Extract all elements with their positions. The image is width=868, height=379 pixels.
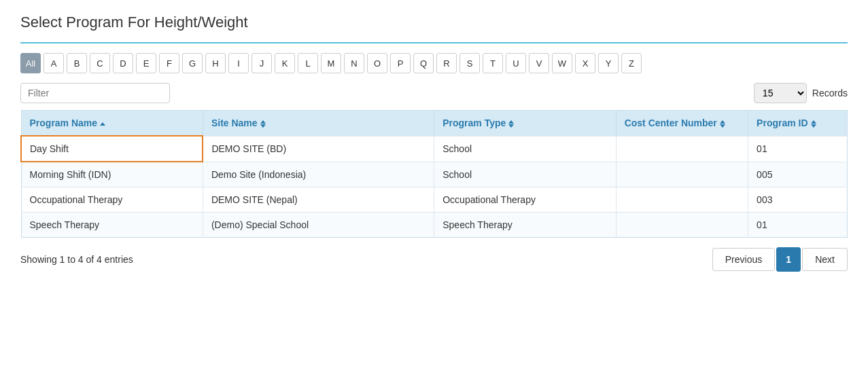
alpha-btn-v[interactable]: V <box>529 53 549 73</box>
alpha-filter-bar: AllABCDEFGHIJKLMNOPQRSTUVWXYZ <box>20 53 848 73</box>
cell-cost_center_number <box>616 162 748 187</box>
cell-program_type: Speech Therapy <box>434 213 616 238</box>
col-header-cost_center_number[interactable]: Cost Center Number <box>616 111 748 137</box>
filter-row: 10152550100 Records <box>20 83 848 103</box>
records-control: 10152550100 Records <box>754 83 848 103</box>
cell-site_name: DEMO SITE (BD) <box>203 136 434 162</box>
alpha-btn-r[interactable]: R <box>436 53 457 73</box>
sort-icon-site_name <box>260 120 266 128</box>
alpha-btn-l[interactable]: L <box>298 53 318 73</box>
cell-program_type: School <box>434 162 616 187</box>
alpha-btn-h[interactable]: H <box>205 53 226 73</box>
table-header-row: Program NameSite NameProgram TypeCost Ce… <box>21 111 848 137</box>
cell-site_name: (Demo) Special School <box>203 213 434 238</box>
table-row[interactable]: Day ShiftDEMO SITE (BD)School01 <box>21 136 848 162</box>
sort-icon-program_type <box>508 120 514 128</box>
alpha-btn-a[interactable]: A <box>44 53 64 73</box>
alpha-btn-z[interactable]: Z <box>621 53 642 73</box>
records-per-page-select[interactable]: 10152550100 <box>754 83 807 103</box>
alpha-btn-f[interactable]: F <box>159 53 179 73</box>
col-header-program_type[interactable]: Program Type <box>434 111 616 137</box>
table-row[interactable]: Morning Shift (IDN)Demo Site (Indonesia)… <box>21 162 848 187</box>
cell-cost_center_number <box>616 213 748 238</box>
pagination: Previous 1 Next <box>712 247 848 272</box>
cell-program_type: Occupational Therapy <box>434 187 616 213</box>
alpha-btn-t[interactable]: T <box>483 53 503 73</box>
cell-program_name[interactable]: Day Shift <box>21 136 203 162</box>
alpha-btn-w[interactable]: W <box>552 53 572 73</box>
alpha-btn-c[interactable]: C <box>90 53 110 73</box>
cell-program_type: School <box>434 136 616 162</box>
next-button[interactable]: Next <box>802 248 848 271</box>
cell-program_name[interactable]: Speech Therapy <box>21 213 203 238</box>
alpha-btn-x[interactable]: X <box>575 53 595 73</box>
programs-table: Program NameSite NameProgram TypeCost Ce… <box>20 110 848 238</box>
alpha-btn-m[interactable]: M <box>321 53 341 73</box>
alpha-btn-o[interactable]: O <box>367 53 387 73</box>
table-row[interactable]: Speech Therapy(Demo) Special SchoolSpeec… <box>21 213 848 238</box>
showing-text: Showing 1 to 4 of 4 entries <box>20 254 133 265</box>
alpha-btn-j[interactable]: J <box>251 53 272 73</box>
cell-cost_center_number <box>616 187 748 213</box>
footer-row: Showing 1 to 4 of 4 entries Previous 1 N… <box>20 247 848 272</box>
alpha-btn-b[interactable]: B <box>67 53 87 73</box>
cell-program_name[interactable]: Morning Shift (IDN) <box>21 162 203 187</box>
alpha-btn-e[interactable]: E <box>136 53 156 73</box>
alpha-btn-all[interactable]: All <box>20 53 41 73</box>
alpha-btn-i[interactable]: I <box>228 53 249 73</box>
records-label: Records <box>812 88 848 98</box>
table-row[interactable]: Occupational TherapyDEMO SITE (Nepal)Occ… <box>21 187 848 213</box>
sort-icon-cost_center_number <box>720 120 725 128</box>
cell-program_id: 005 <box>748 162 848 187</box>
alpha-btn-q[interactable]: Q <box>413 53 434 73</box>
top-divider <box>20 42 848 43</box>
cell-program_id: 01 <box>748 136 848 162</box>
cell-site_name: DEMO SITE (Nepal) <box>203 187 434 213</box>
alpha-btn-k[interactable]: K <box>275 53 295 73</box>
filter-input[interactable] <box>20 83 170 103</box>
alpha-btn-y[interactable]: Y <box>598 53 619 73</box>
page-title: Select Program For Height/Weight <box>20 14 848 31</box>
table-body: Day ShiftDEMO SITE (BD)School01Morning S… <box>21 136 848 238</box>
cell-program_id: 01 <box>748 213 848 238</box>
alpha-btn-u[interactable]: U <box>506 53 526 73</box>
alpha-btn-g[interactable]: G <box>182 53 203 73</box>
previous-button[interactable]: Previous <box>712 248 775 271</box>
sort-icon-program_name <box>100 122 105 126</box>
alpha-btn-n[interactable]: N <box>344 53 364 73</box>
col-header-program_name[interactable]: Program Name <box>21 111 203 137</box>
col-header-program_id[interactable]: Program ID <box>748 111 848 137</box>
sort-icon-program_id <box>811 120 816 128</box>
cell-program_name[interactable]: Occupational Therapy <box>21 187 203 213</box>
current-page-number[interactable]: 1 <box>776 247 801 272</box>
alpha-btn-d[interactable]: D <box>113 53 133 73</box>
alpha-btn-p[interactable]: P <box>390 53 411 73</box>
col-header-site_name[interactable]: Site Name <box>203 111 434 137</box>
alpha-btn-s[interactable]: S <box>459 53 480 73</box>
cell-site_name: Demo Site (Indonesia) <box>203 162 434 187</box>
cell-cost_center_number <box>616 136 748 162</box>
cell-program_id: 003 <box>748 187 848 213</box>
